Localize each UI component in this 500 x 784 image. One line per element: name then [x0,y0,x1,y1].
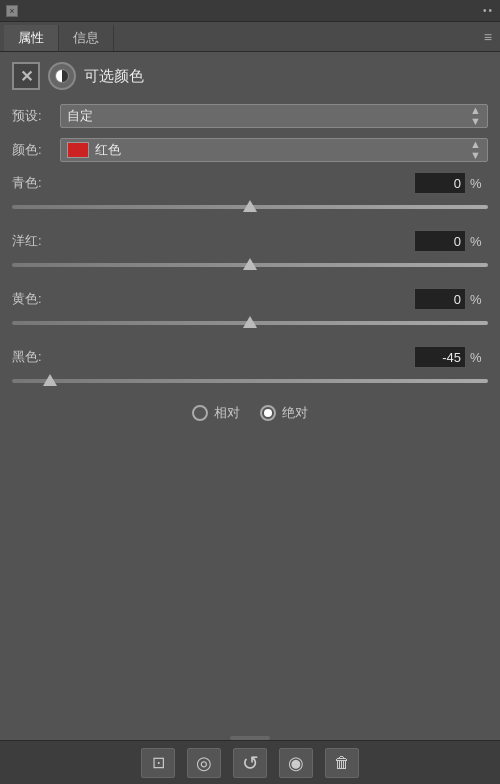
color-dropdown-arrow-icon: ▲▼ [470,139,481,161]
cyan-value[interactable]: 0 [414,172,466,194]
radio-absolute[interactable]: 绝对 [260,404,308,422]
magenta-row: 洋红: 0 % [12,230,488,252]
yellow-thumb[interactable] [243,316,257,328]
eye-icon: ◎ [196,752,212,774]
close-button[interactable]: × [6,5,18,17]
yellow-label: 黄色: [12,290,60,308]
black-row: 黑色: -45 % [12,346,488,368]
panel-title: 可选颜色 [84,67,144,86]
black-value[interactable]: -45 [414,346,466,368]
preset-label: 预设: [12,107,60,125]
mask-icon-box[interactable]: ✕ [12,62,40,90]
half-circle-icon [55,69,69,83]
sliders-section: 青色: 0 % 洋红: 0 % [12,172,488,390]
cyan-label: 青色: [12,174,60,192]
tab-properties[interactable]: 属性 [4,25,59,51]
cyan-thumb[interactable] [243,200,257,212]
tab-bar: 属性 信息 ≡ [0,22,500,52]
preset-value: 自定 [67,107,470,125]
dropdown-arrow-icon: ▲▼ [470,105,481,127]
radio-absolute-outer [260,405,276,421]
radio-relative-outer [192,405,208,421]
color-value: 红色 [95,141,470,159]
panel-header: ✕ 可选颜色 [12,62,488,90]
radio-row: 相对 绝对 [12,404,488,422]
magenta-percent: % [470,234,488,249]
yellow-slider-section: 黄色: 0 % [12,288,488,332]
delete-button[interactable]: 🗑 [325,748,359,778]
cyan-row: 青色: 0 % [12,172,488,194]
top-right-controls: •• [483,5,494,16]
bottom-toolbar: ⊡ ◎ ↺ ◉ 🗑 [0,740,500,784]
visibility-icon: ◉ [288,752,304,774]
magenta-slider-section: 洋红: 0 % [12,230,488,274]
color-swatch [67,142,89,158]
mask-button[interactable]: ⊡ [141,748,175,778]
cyan-percent: % [470,176,488,191]
black-track [12,379,488,383]
color-row: 颜色: 红色 ▲▼ [12,138,488,162]
visibility-button[interactable]: ◉ [279,748,313,778]
cyan-slider-section: 青色: 0 % [12,172,488,216]
refresh-icon: ↺ [242,751,259,775]
yellow-percent: % [470,292,488,307]
yellow-row: 黄色: 0 % [12,288,488,310]
color-dropdown[interactable]: 红色 ▲▼ [60,138,488,162]
top-bar: × •• [0,0,500,22]
black-slider-track[interactable] [12,372,488,390]
black-thumb[interactable] [43,374,57,386]
radio-absolute-label: 绝对 [282,404,308,422]
refresh-button[interactable]: ↺ [233,748,267,778]
radio-absolute-dot [264,409,272,417]
cyan-slider-track[interactable] [12,198,488,216]
mask-icon: ⊡ [152,753,165,772]
preset-dropdown[interactable]: 自定 ▲▼ [60,104,488,128]
magenta-slider-track[interactable] [12,256,488,274]
yellow-slider-track[interactable] [12,314,488,332]
magenta-label: 洋红: [12,232,60,250]
x-icon: ✕ [20,67,33,86]
eye-button[interactable]: ◎ [187,748,221,778]
close-icon: × [9,6,14,16]
magenta-thumb[interactable] [243,258,257,270]
radio-relative[interactable]: 相对 [192,404,240,422]
radio-relative-label: 相对 [214,404,240,422]
magenta-value[interactable]: 0 [414,230,466,252]
tab-menu-icon[interactable]: ≡ [484,29,492,45]
black-label: 黑色: [12,348,60,366]
panel-content: ✕ 可选颜色 预设: 自定 ▲▼ 颜色: 红色 ▲▼ 青色: 0 % [0,52,500,442]
circle-icon-box[interactable] [48,62,76,90]
tab-info[interactable]: 信息 [59,25,114,51]
trash-icon: 🗑 [334,754,350,772]
preset-row: 预设: 自定 ▲▼ [12,104,488,128]
black-slider-section: 黑色: -45 % [12,346,488,390]
yellow-value[interactable]: 0 [414,288,466,310]
color-label: 颜色: [12,141,60,159]
black-percent: % [470,350,488,365]
